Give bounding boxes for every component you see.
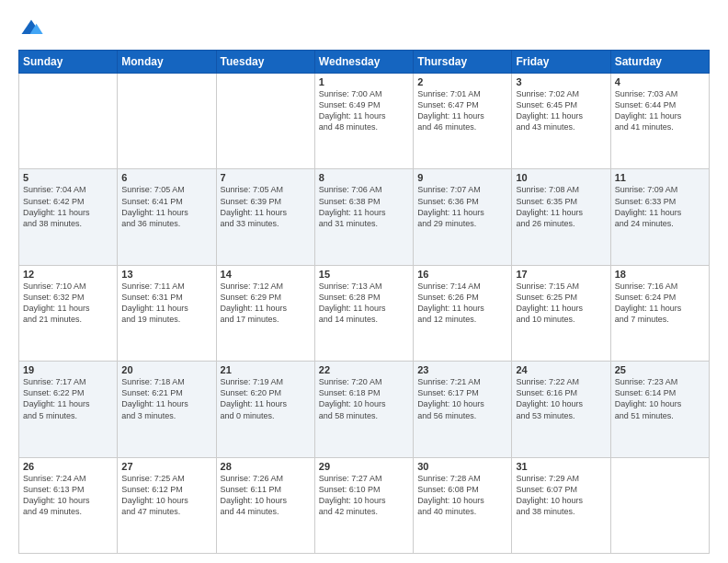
weekday-header-saturday: Saturday (610, 51, 709, 74)
day-cell-30: 30Sunrise: 7:28 AM Sunset: 6:08 PM Dayli… (414, 457, 512, 553)
weekday-header-row: SundayMondayTuesdayWednesdayThursdayFrid… (19, 51, 710, 74)
week-row-2: 5Sunrise: 7:04 AM Sunset: 6:42 PM Daylig… (19, 169, 710, 265)
day-cell-1: 1Sunrise: 7:00 AM Sunset: 6:49 PM Daylig… (314, 74, 413, 169)
day-cell-8: 8Sunrise: 7:06 AM Sunset: 6:38 PM Daylig… (314, 169, 413, 265)
day-info: Sunrise: 7:23 AM Sunset: 6:14 PM Dayligh… (615, 376, 705, 421)
day-number: 7 (221, 172, 311, 183)
day-cell-22: 22Sunrise: 7:20 AM Sunset: 6:18 PM Dayli… (314, 362, 413, 457)
day-number: 28 (221, 461, 311, 472)
page: SundayMondayTuesdayWednesdayThursdayFrid… (0, 0, 728, 563)
day-info: Sunrise: 7:13 AM Sunset: 6:28 PM Dayligh… (319, 281, 409, 326)
day-cell-12: 12Sunrise: 7:10 AM Sunset: 6:32 PM Dayli… (19, 265, 118, 361)
day-info: Sunrise: 7:05 AM Sunset: 6:39 PM Dayligh… (221, 184, 311, 229)
calendar-table: SundayMondayTuesdayWednesdayThursdayFrid… (18, 50, 710, 554)
day-number: 13 (121, 269, 211, 280)
day-cell-19: 19Sunrise: 7:17 AM Sunset: 6:22 PM Dayli… (19, 362, 118, 457)
weekday-header-tuesday: Tuesday (216, 51, 314, 74)
header (18, 15, 710, 40)
day-cell-25: 25Sunrise: 7:23 AM Sunset: 6:14 PM Dayli… (610, 362, 709, 457)
logo (18, 15, 48, 40)
day-number: 30 (417, 461, 507, 472)
day-number: 10 (516, 172, 606, 183)
day-info: Sunrise: 7:20 AM Sunset: 6:18 PM Dayligh… (319, 376, 409, 421)
day-cell-21: 21Sunrise: 7:19 AM Sunset: 6:20 PM Dayli… (216, 362, 314, 457)
weekday-header-wednesday: Wednesday (314, 51, 413, 74)
day-info: Sunrise: 7:19 AM Sunset: 6:20 PM Dayligh… (221, 376, 311, 421)
day-info: Sunrise: 7:10 AM Sunset: 6:32 PM Dayligh… (23, 281, 113, 326)
day-info: Sunrise: 7:06 AM Sunset: 6:38 PM Dayligh… (319, 184, 409, 229)
day-info: Sunrise: 7:21 AM Sunset: 6:17 PM Dayligh… (417, 376, 507, 421)
day-cell-16: 16Sunrise: 7:14 AM Sunset: 6:26 PM Dayli… (414, 265, 512, 361)
day-cell-28: 28Sunrise: 7:26 AM Sunset: 6:11 PM Dayli… (216, 457, 314, 553)
day-cell-27: 27Sunrise: 7:25 AM Sunset: 6:12 PM Dayli… (118, 457, 216, 553)
week-row-5: 26Sunrise: 7:24 AM Sunset: 6:13 PM Dayli… (19, 457, 710, 553)
day-info: Sunrise: 7:24 AM Sunset: 6:13 PM Dayligh… (23, 473, 113, 518)
day-cell-4: 4Sunrise: 7:03 AM Sunset: 6:44 PM Daylig… (610, 74, 709, 169)
weekday-header-monday: Monday (118, 51, 216, 74)
day-number: 29 (319, 461, 409, 472)
day-number: 12 (23, 269, 113, 280)
day-info: Sunrise: 7:02 AM Sunset: 6:45 PM Dayligh… (516, 88, 606, 133)
day-cell-24: 24Sunrise: 7:22 AM Sunset: 6:16 PM Dayli… (512, 362, 610, 457)
day-number: 26 (23, 461, 113, 472)
day-info: Sunrise: 7:28 AM Sunset: 6:08 PM Dayligh… (417, 473, 507, 518)
day-info: Sunrise: 7:00 AM Sunset: 6:49 PM Dayligh… (319, 88, 409, 133)
day-info: Sunrise: 7:22 AM Sunset: 6:16 PM Dayligh… (516, 376, 606, 421)
day-info: Sunrise: 7:25 AM Sunset: 6:12 PM Dayligh… (121, 473, 211, 518)
day-number: 9 (417, 172, 507, 183)
day-info: Sunrise: 7:12 AM Sunset: 6:29 PM Dayligh… (221, 281, 311, 326)
day-number: 23 (417, 364, 507, 375)
day-cell-18: 18Sunrise: 7:16 AM Sunset: 6:24 PM Dayli… (610, 265, 709, 361)
day-cell-31: 31Sunrise: 7:29 AM Sunset: 6:07 PM Dayli… (512, 457, 610, 553)
day-info: Sunrise: 7:18 AM Sunset: 6:21 PM Dayligh… (121, 376, 211, 421)
day-cell-2: 2Sunrise: 7:01 AM Sunset: 6:47 PM Daylig… (414, 74, 512, 169)
day-number: 17 (516, 269, 606, 280)
day-number: 27 (121, 461, 211, 472)
day-info: Sunrise: 7:29 AM Sunset: 6:07 PM Dayligh… (516, 473, 606, 518)
day-info: Sunrise: 7:08 AM Sunset: 6:35 PM Dayligh… (516, 184, 606, 229)
day-cell-23: 23Sunrise: 7:21 AM Sunset: 6:17 PM Dayli… (414, 362, 512, 457)
day-number: 5 (23, 172, 113, 183)
day-number: 3 (516, 76, 606, 87)
day-number: 4 (615, 76, 705, 87)
day-info: Sunrise: 7:16 AM Sunset: 6:24 PM Dayligh… (615, 281, 705, 326)
empty-cell (19, 74, 118, 169)
day-number: 18 (615, 269, 705, 280)
day-number: 25 (615, 364, 705, 375)
day-info: Sunrise: 7:15 AM Sunset: 6:25 PM Dayligh… (516, 281, 606, 326)
day-cell-26: 26Sunrise: 7:24 AM Sunset: 6:13 PM Dayli… (19, 457, 118, 553)
day-cell-17: 17Sunrise: 7:15 AM Sunset: 6:25 PM Dayli… (512, 265, 610, 361)
empty-cell (216, 74, 314, 169)
day-number: 2 (417, 76, 507, 87)
day-info: Sunrise: 7:11 AM Sunset: 6:31 PM Dayligh… (121, 281, 211, 326)
day-number: 19 (23, 364, 113, 375)
day-number: 11 (615, 172, 705, 183)
weekday-header-friday: Friday (512, 51, 610, 74)
day-info: Sunrise: 7:05 AM Sunset: 6:41 PM Dayligh… (121, 184, 211, 229)
logo-icon (18, 15, 44, 40)
day-cell-3: 3Sunrise: 7:02 AM Sunset: 6:45 PM Daylig… (512, 74, 610, 169)
day-info: Sunrise: 7:01 AM Sunset: 6:47 PM Dayligh… (417, 88, 507, 133)
weekday-header-thursday: Thursday (414, 51, 512, 74)
day-number: 14 (221, 269, 311, 280)
week-row-1: 1Sunrise: 7:00 AM Sunset: 6:49 PM Daylig… (19, 74, 710, 169)
day-info: Sunrise: 7:04 AM Sunset: 6:42 PM Dayligh… (23, 184, 113, 229)
day-info: Sunrise: 7:26 AM Sunset: 6:11 PM Dayligh… (221, 473, 311, 518)
day-number: 8 (319, 172, 409, 183)
day-cell-14: 14Sunrise: 7:12 AM Sunset: 6:29 PM Dayli… (216, 265, 314, 361)
day-cell-5: 5Sunrise: 7:04 AM Sunset: 6:42 PM Daylig… (19, 169, 118, 265)
day-cell-6: 6Sunrise: 7:05 AM Sunset: 6:41 PM Daylig… (118, 169, 216, 265)
empty-cell (118, 74, 216, 169)
day-info: Sunrise: 7:07 AM Sunset: 6:36 PM Dayligh… (417, 184, 507, 229)
day-number: 22 (319, 364, 409, 375)
weekday-header-sunday: Sunday (19, 51, 118, 74)
day-cell-15: 15Sunrise: 7:13 AM Sunset: 6:28 PM Dayli… (314, 265, 413, 361)
day-number: 6 (121, 172, 211, 183)
day-cell-11: 11Sunrise: 7:09 AM Sunset: 6:33 PM Dayli… (610, 169, 709, 265)
week-row-4: 19Sunrise: 7:17 AM Sunset: 6:22 PM Dayli… (19, 362, 710, 457)
day-cell-13: 13Sunrise: 7:11 AM Sunset: 6:31 PM Dayli… (118, 265, 216, 361)
day-number: 20 (121, 364, 211, 375)
day-cell-20: 20Sunrise: 7:18 AM Sunset: 6:21 PM Dayli… (118, 362, 216, 457)
day-info: Sunrise: 7:09 AM Sunset: 6:33 PM Dayligh… (615, 184, 705, 229)
day-number: 24 (516, 364, 606, 375)
